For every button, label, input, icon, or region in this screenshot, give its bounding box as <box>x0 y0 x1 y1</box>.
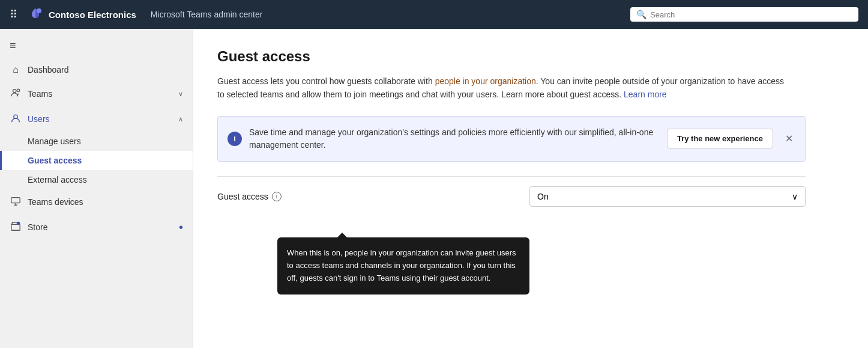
search-icon: 🔍 <box>636 10 646 19</box>
search-input[interactable] <box>650 10 852 19</box>
svg-rect-4 <box>11 198 20 203</box>
guest-access-row: Guest access i On ∨ When this is on, peo… <box>217 176 806 216</box>
page-description: Guest access lets you control how guests… <box>217 75 788 102</box>
info-banner-icon: i <box>228 132 242 146</box>
users-icon <box>10 112 22 126</box>
sidebar-item-teams-devices[interactable]: Teams devices <box>0 189 193 215</box>
sidebar-label-teams: Teams <box>28 89 172 99</box>
external-access-label: External access <box>28 175 87 185</box>
info-banner-text: Save time and manage your organization's… <box>249 126 660 151</box>
description-text-1: Guest access lets you control how guests… <box>217 76 435 86</box>
svg-point-2 <box>17 89 20 92</box>
guest-access-label: Guest access <box>28 156 82 165</box>
sidebar-label-dashboard: Dashboard <box>28 65 183 75</box>
description-highlight: people in your organization <box>435 76 536 86</box>
dropdown-chevron-icon: ∨ <box>792 192 798 201</box>
learn-more-link[interactable]: Learn more <box>624 90 667 99</box>
guest-access-dropdown[interactable]: On ∨ <box>529 186 806 207</box>
org-name: Contoso Electronics <box>49 10 136 20</box>
manage-users-label: Manage users <box>28 136 81 146</box>
guest-access-text: Guest access <box>217 192 268 201</box>
app-title: Microsoft Teams admin center <box>151 10 262 19</box>
tooltip-text: When this is on, people in your organiza… <box>287 248 516 282</box>
app-logo: Contoso Electronics <box>27 6 136 23</box>
main-layout: ≡ ⌂ Dashboard Teams ∨ Users ∧ Manage use… <box>0 29 868 348</box>
teams-icon <box>10 87 22 100</box>
svg-point-1 <box>13 90 16 93</box>
guest-access-field-label: Guest access i <box>217 192 529 201</box>
search-box: 🔍 <box>630 7 858 22</box>
content-area: Guest access Guest access lets you contr… <box>193 29 868 348</box>
store-icon <box>10 221 22 234</box>
sidebar-item-guest-access[interactable]: Guest access <box>0 151 193 170</box>
home-icon: ⌂ <box>10 64 22 75</box>
sidebar-item-dashboard[interactable]: ⌂ Dashboard <box>0 58 193 81</box>
sidebar-item-external-access[interactable]: External access <box>0 170 193 189</box>
sidebar-label-store: Store <box>28 222 173 232</box>
sidebar: ≡ ⌂ Dashboard Teams ∨ Users ∧ Manage use… <box>0 29 193 348</box>
app-header: ⠿ Contoso Electronics Microsoft Teams ad… <box>0 0 868 29</box>
info-banner: i Save time and manage your organization… <box>217 116 806 162</box>
store-badge: • <box>179 221 183 233</box>
sidebar-item-manage-users[interactable]: Manage users <box>0 132 193 151</box>
sidebar-label-users: Users <box>28 114 172 124</box>
dropdown-value: On <box>537 192 549 201</box>
page-title: Guest access <box>217 48 844 65</box>
tooltip-box: When this is on, people in your organiza… <box>277 237 529 294</box>
guest-access-info-icon[interactable]: i <box>272 192 282 201</box>
sidebar-item-users[interactable]: Users ∧ <box>0 106 193 132</box>
sidebar-toggle[interactable]: ≡ <box>0 34 193 58</box>
teams-chevron-icon: ∨ <box>178 90 183 98</box>
sidebar-label-teams-devices: Teams devices <box>28 197 183 207</box>
users-chevron-icon: ∧ <box>178 115 183 123</box>
svg-rect-5 <box>11 224 20 230</box>
sidebar-item-store[interactable]: Store • <box>0 215 193 240</box>
svg-point-0 <box>37 8 41 13</box>
logo-icon <box>27 6 44 23</box>
close-banner-icon[interactable]: ✕ <box>783 130 795 147</box>
sidebar-item-teams[interactable]: Teams ∨ <box>0 81 193 106</box>
waffle-icon[interactable]: ⠿ <box>10 8 17 21</box>
teams-devices-icon <box>10 195 22 209</box>
try-new-experience-button[interactable]: Try the new experience <box>667 129 773 148</box>
svg-point-6 <box>17 222 20 225</box>
